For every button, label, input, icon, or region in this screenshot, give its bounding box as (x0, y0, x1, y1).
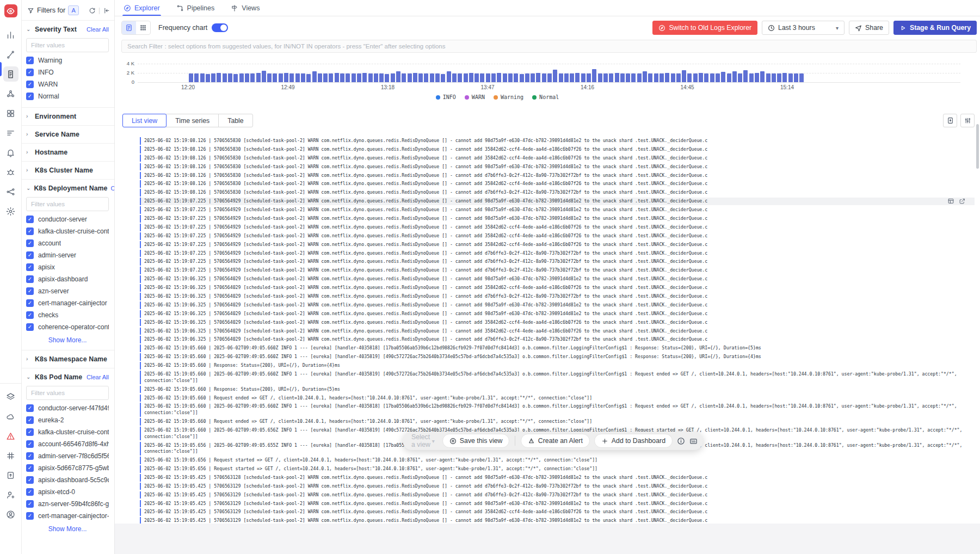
checkbox-checked-icon[interactable]: ✓ (26, 239, 34, 247)
chart-bar[interactable] (497, 73, 501, 82)
log-row[interactable]: 2025-06-02 15:19:05.660 | Request ended … (140, 418, 975, 426)
chart-bar[interactable] (766, 73, 771, 82)
legend-item[interactable]: Warning (494, 94, 523, 100)
chart-bar[interactable] (379, 73, 384, 82)
chart-bar[interactable] (520, 74, 524, 82)
log-row[interactable]: 2025-06-02 15:19:06.325 | 5706564029 [sc… (140, 319, 975, 327)
chart-bar[interactable] (564, 73, 569, 82)
view-tab-list-view[interactable]: List view (122, 114, 167, 127)
copy-link-icon[interactable] (959, 198, 966, 205)
chart-bar[interactable] (223, 73, 227, 82)
checkbox-checked-icon[interactable]: ✓ (26, 57, 34, 64)
chart-bar[interactable] (531, 73, 535, 82)
log-row[interactable]: 2025-06-02 15:19:07.225 | 5706564929 [sc… (140, 258, 975, 266)
chart-bar[interactable] (721, 72, 725, 82)
chart-bar[interactable] (491, 73, 496, 82)
sidebar-item-invite-user[interactable] (3, 487, 19, 502)
log-row[interactable]: 2025-06-02 15:19:05.660 | Request ended … (140, 395, 975, 402)
filter-option[interactable]: ✓admin-server-7f8c6d5f56-l2gh6 (26, 450, 109, 462)
frequency-chart-toggle[interactable] (212, 23, 228, 32)
filter-values-input[interactable] (26, 197, 109, 211)
create-alert-button[interactable]: Create an Alert (521, 434, 590, 448)
log-row[interactable]: 2025-06-02 15:19:08.126 | 5706565830 [sc… (140, 146, 975, 153)
filter-option[interactable]: ✓WARN (26, 78, 109, 90)
log-row[interactable]: 2025-06-02 15:19:05.660 | 2025-06-02T09:… (140, 344, 975, 352)
filter-option[interactable]: ✓kafka-cluster-cruise-control (26, 225, 109, 237)
log-row[interactable]: 2025-06-02 15:19:06.325 | 5706564029 [sc… (140, 293, 975, 300)
chart-bar[interactable] (660, 73, 664, 82)
chart-bar[interactable] (245, 73, 249, 82)
sidebar-item-service-map[interactable] (3, 184, 19, 199)
checkbox-checked-icon[interactable]: ✓ (26, 93, 34, 100)
chart-bar[interactable] (716, 73, 720, 82)
chart-bar[interactable] (743, 70, 748, 82)
chart-bar[interactable] (217, 73, 221, 82)
chart-bar[interactable] (200, 73, 205, 82)
chart-bar[interactable] (368, 73, 373, 82)
chart-bar[interactable] (626, 73, 630, 82)
filter-option[interactable]: ✓cert-manager-cainjector (26, 297, 109, 309)
chart-bar[interactable] (710, 73, 714, 82)
legend-item[interactable]: WARN (465, 94, 485, 100)
chart-bar[interactable] (357, 73, 361, 82)
chart-bar[interactable] (189, 73, 193, 82)
sidebar-item-get-started[interactable] (3, 389, 19, 404)
chart-bar[interactable] (273, 73, 277, 82)
chart-bar[interactable] (648, 73, 652, 82)
clear-all-link[interactable]: Clear All (111, 185, 115, 192)
filter-option[interactable]: ✓conductor-server (26, 213, 109, 225)
chart-bar[interactable] (464, 73, 468, 82)
add-to-dashboard-button[interactable]: Add to Dashboard (594, 434, 673, 448)
chart-bar[interactable] (777, 73, 781, 82)
filter-option[interactable]: ✓apisix-5d667c8775-g5wbb (26, 462, 109, 474)
chart-bar[interactable] (301, 73, 305, 82)
info-icon[interactable] (677, 437, 685, 445)
chart-bar[interactable] (503, 73, 507, 82)
log-row[interactable]: 2025-06-02 15:19:08.126 | 5706565830 [sc… (140, 137, 975, 145)
checkbox-checked-icon[interactable]: ✓ (26, 452, 34, 460)
chart-bar[interactable] (318, 73, 322, 82)
chart-bar[interactable] (402, 73, 406, 82)
chart-bar[interactable] (559, 73, 563, 82)
log-row[interactable]: 2025-06-02 15:19:05.660 | 2025-06-02T09:… (140, 353, 975, 361)
chart-bar[interactable] (430, 73, 434, 82)
chart-bar[interactable] (676, 73, 681, 82)
chart-bar[interactable] (732, 71, 737, 82)
refresh-icon[interactable] (89, 7, 96, 14)
checkbox-checked-icon[interactable]: ✓ (26, 464, 34, 472)
show-more-link[interactable]: Show More... (26, 333, 109, 345)
chart-bar[interactable] (256, 73, 261, 82)
chart-bar[interactable] (553, 70, 557, 82)
chart-bar[interactable] (542, 73, 546, 82)
sidebar-item-slack[interactable] (3, 448, 19, 463)
filter-values-input[interactable] (26, 386, 109, 400)
sidebar-item-logs[interactable] (3, 66, 19, 82)
filter-option[interactable]: ✓cert-manager-cainjector-7cc99... (26, 510, 109, 522)
chart-bar[interactable] (794, 73, 798, 82)
log-row[interactable]: 2025-06-02 15:19:06.325 | 5706564029 [sc… (140, 284, 975, 292)
chart-bar[interactable] (536, 73, 540, 82)
filter-option[interactable]: ✓eureka-2 (26, 414, 109, 426)
checkbox-checked-icon[interactable]: ✓ (26, 287, 34, 295)
log-row[interactable]: 2025-06-02 15:19:05.656 | Request starte… (140, 465, 975, 473)
chart-bar[interactable] (782, 73, 787, 82)
chart-bar[interactable] (727, 73, 731, 82)
checkbox-checked-icon[interactable]: ✓ (26, 311, 34, 319)
chart-bar[interactable] (615, 73, 619, 82)
chart-bar[interactable] (620, 73, 625, 82)
log-row[interactable]: 2025-06-02 15:19:06.325 | 5706564029 [sc… (140, 336, 975, 343)
log-row[interactable]: 2025-06-02 15:19:06.325 | 5706564029 [sc… (140, 328, 975, 335)
log-row[interactable]: 2025-06-02 15:19:08.126 | 5706565830 [sc… (140, 172, 975, 180)
chart-bar[interactable] (335, 73, 339, 82)
chart-bar[interactable] (435, 73, 440, 82)
chart-bar[interactable] (671, 73, 675, 82)
checkbox-checked-icon[interactable]: ✓ (26, 227, 34, 235)
chart-bar[interactable] (637, 73, 642, 82)
chart-bar[interactable] (312, 71, 317, 82)
chart-bar[interactable] (374, 73, 378, 82)
filter-option[interactable]: ✓apisix-dashboard-5c5c9d5fb7-... (26, 474, 109, 486)
chart-bar[interactable] (391, 73, 395, 82)
checkbox-checked-icon[interactable]: ✓ (26, 216, 34, 223)
log-row[interactable]: 2025-06-02 15:19:07.225 | 5706564929 [sc… (140, 206, 975, 214)
filter-option[interactable]: ✓checks (26, 309, 109, 321)
